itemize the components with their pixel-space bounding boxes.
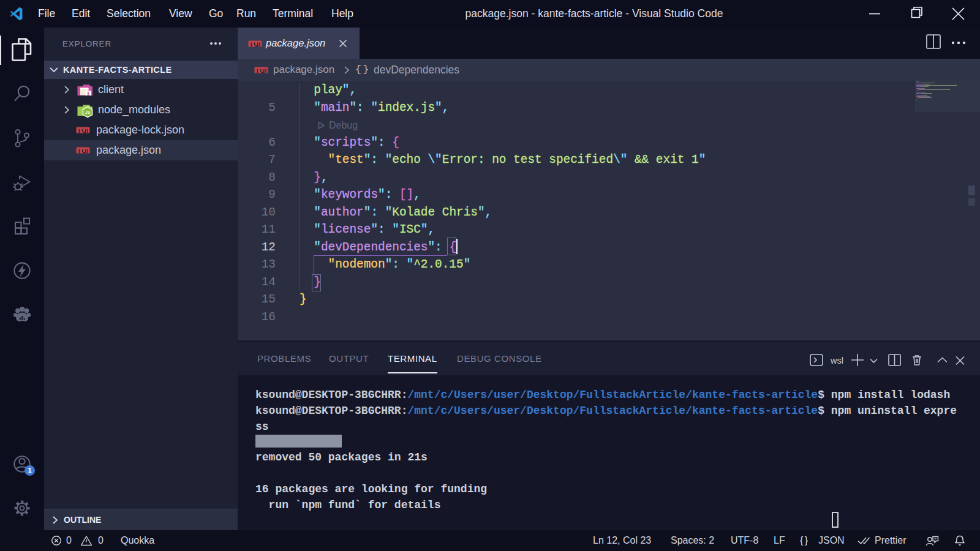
svg-text:JS: JS xyxy=(85,110,90,115)
svg-text:wsl: wsl xyxy=(830,356,843,365)
